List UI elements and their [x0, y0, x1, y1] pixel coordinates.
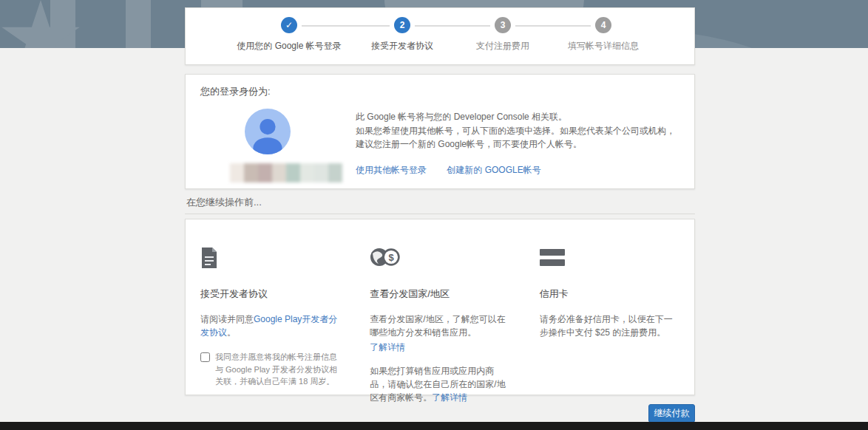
person-avatar-icon [245, 109, 291, 154]
identity-heading: 您的登录身份为: [200, 85, 679, 98]
steps-row: ✓ 使用您的 Google 帐号登录 2 接受开发者协议 3 支付注册费用 4 … [186, 8, 694, 64]
step-label: 支付注册费用 [476, 40, 529, 52]
identity-line2: 如果您希望使用其他帐号，可从下面的选项中选择。如果您代表某个公司或机构，建议您注… [356, 124, 679, 151]
play-console-signup-screen: ✓ 使用您的 Google 帐号登录 2 接受开发者协议 3 支付注册费用 4 … [0, 0, 868, 430]
continue-payment-button[interactable]: 继续付款 [648, 404, 695, 423]
agreement-title: 接受开发者协议 [200, 287, 340, 301]
step-label: 填写帐号详细信息 [568, 40, 639, 52]
step-label: 接受开发者协议 [371, 40, 433, 52]
identity-body: 此 Google 帐号将与您的 Developer Console 相关联。 如… [200, 109, 679, 182]
countries-para2-wrap: 如果您打算销售应用或应用内商品，请确认您在自己所在的国家/地区有商家帐号。了解详… [370, 364, 509, 404]
decor-bar [126, 0, 151, 48]
agreement-checkbox-row: 我同意并愿意将我的帐号注册信息与 Google Play 开发者分发协议相关联，… [200, 351, 340, 388]
step-number-icon: 3 [495, 17, 511, 33]
create-account-link[interactable]: 创建新的 GOOGLE帐号 [447, 165, 540, 175]
countries-title: 查看分发国家/地区 [370, 287, 509, 301]
step-number-icon: 4 [595, 17, 611, 33]
agreement-checkbox-label: 我同意并愿意将我的帐号注册信息与 Google Play 开发者分发协议相关联，… [215, 351, 340, 388]
countries-para1: 查看分发国家/地区，了解您可以在哪些地方分发和销售应用。 [370, 314, 505, 338]
switch-account-link[interactable]: 使用其他帐号登录 [356, 165, 427, 175]
check-icon: ✓ [281, 17, 297, 33]
credit-card-title: 信用卡 [540, 287, 679, 301]
svg-text:$: $ [389, 252, 395, 263]
credit-card-text: 请务必准备好信用卡，以便在下一步操作中支付 $25 的注册费用。 [540, 313, 679, 339]
agreement-column: 接受开发者协议 请阅读并同意Google Play开发者分发协议。 我同意并愿意… [200, 248, 340, 404]
step-number-icon: 2 [394, 17, 410, 33]
avatar-column [200, 109, 356, 182]
document-icon [200, 248, 340, 271]
section-divider [185, 214, 695, 214]
credit-card-icon [540, 248, 679, 271]
step-accept-agreement: 2 接受开发者协议 [352, 17, 452, 58]
credit-card-column: 信用卡 请务必准备好信用卡，以便在下一步操作中支付 $25 的注册费用。 [540, 248, 679, 404]
checklist-columns: 接受开发者协议 请阅读并同意Google Play开发者分发协议。 我同意并愿意… [200, 248, 679, 404]
identity-card: 您的登录身份为: [185, 74, 695, 189]
step-pay-fee: 3 支付注册费用 [452, 17, 553, 58]
identity-line1: 此 Google 帐号将与您的 Developer Console 相关联。 [356, 110, 679, 124]
signup-stepper: ✓ 使用您的 Google 帐号登录 2 接受开发者协议 3 支付注册费用 4 … [185, 7, 695, 65]
identity-text: 此 Google 帐号将与您的 Developer Console 相关联。 如… [356, 109, 679, 182]
agreement-checkbox[interactable] [200, 352, 210, 362]
learn-more-link-1[interactable]: 了解详情 [370, 341, 405, 354]
identity-links: 使用其他帐号登录 创建新的 GOOGLE帐号 [356, 163, 679, 177]
checklist-card: 接受开发者协议 请阅读并同意Google Play开发者分发协议。 我同意并愿意… [185, 219, 695, 395]
agreement-text: 请阅读并同意Google Play开发者分发协议。 [200, 313, 340, 339]
agreement-text-prefix: 请阅读并同意 [200, 314, 254, 324]
countries-column: $ 查看分发国家/地区 查看分发国家/地区，了解您可以在哪些地方分发和销售应用。… [370, 248, 509, 404]
agreement-text-suffix: 。 [227, 327, 236, 338]
step-account-details: 4 填写帐号详细信息 [553, 17, 654, 58]
bottom-bar [0, 422, 868, 430]
learn-more-link-2[interactable]: 了解详情 [432, 392, 467, 403]
globe-dollar-icon: $ [370, 248, 509, 271]
redacted-email [230, 163, 356, 182]
countries-text: 查看分发国家/地区，了解您可以在哪些地方分发和销售应用。 了解详情 如果您打算销… [370, 313, 509, 404]
step-sign-in: ✓ 使用您的 Google 帐号登录 [226, 17, 352, 58]
before-continue-heading: 在您继续操作前... [186, 196, 262, 209]
step-label: 使用您的 Google 帐号登录 [237, 40, 341, 52]
